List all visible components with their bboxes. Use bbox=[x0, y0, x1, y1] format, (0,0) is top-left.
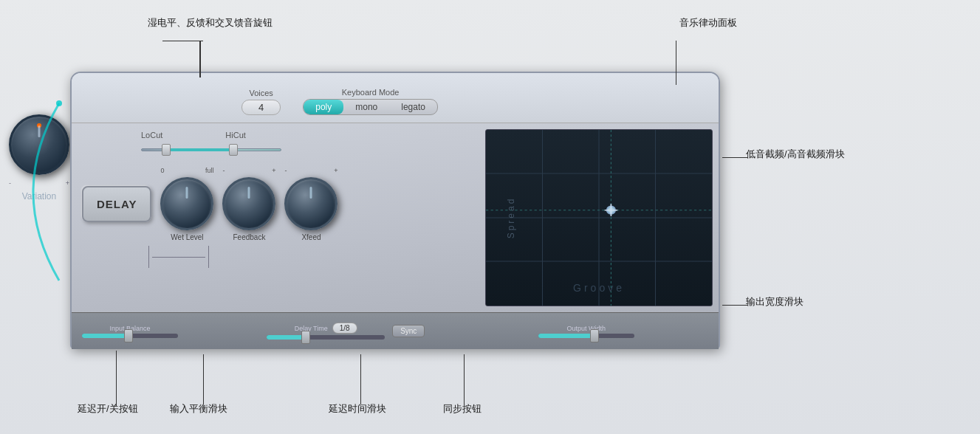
delay-time-label: Delay Time bbox=[295, 325, 328, 332]
middle-section: LoCut HiCut DELAY 0 bbox=[72, 123, 719, 312]
top-controls-bar: Voices 4 Keyboard Mode poly mono legato bbox=[72, 73, 719, 123]
delay-time-thumb[interactable] bbox=[301, 331, 310, 344]
groove-pad-section: Spread Groove bbox=[485, 123, 719, 312]
input-balance-section: Input Balance bbox=[82, 325, 178, 338]
input-balance-slider[interactable] bbox=[82, 334, 178, 338]
xfeed-range: - + bbox=[284, 167, 337, 174]
filter-active-range bbox=[166, 148, 233, 151]
input-balance-thumb[interactable] bbox=[124, 329, 133, 342]
keyboard-mode-legato[interactable]: legato bbox=[389, 100, 437, 114]
feedback-knob[interactable] bbox=[222, 177, 275, 230]
filter-slider-container[interactable] bbox=[141, 142, 281, 158]
keyboard-mode-buttons: poly mono legato bbox=[303, 99, 438, 115]
voices-label: Voices bbox=[249, 89, 273, 97]
output-width-thumb[interactable] bbox=[590, 329, 599, 342]
main-plugin-panel: Voices 4 Keyboard Mode poly mono legato … bbox=[70, 72, 720, 348]
delay-time-section: Delay Time 1/8 bbox=[267, 323, 385, 340]
xfeed-knob[interactable] bbox=[284, 177, 337, 230]
groove-label: Groove bbox=[573, 282, 625, 294]
wet-level-group: 0 full Wet Level bbox=[160, 167, 213, 241]
voices-section: Voices 4 bbox=[241, 89, 281, 115]
hicut-thumb[interactable] bbox=[229, 144, 238, 156]
filter-labels: LoCut HiCut bbox=[141, 131, 475, 140]
keyboard-mode-poly[interactable]: poly bbox=[304, 100, 343, 114]
keyboard-mode-section: Keyboard Mode poly mono legato bbox=[303, 88, 438, 115]
groove-grid-svg bbox=[486, 130, 712, 306]
wet-level-range: 0 full bbox=[160, 167, 213, 174]
feedback-group: - + Feedback bbox=[222, 167, 275, 241]
left-controls: LoCut HiCut DELAY 0 bbox=[72, 123, 485, 312]
wet-level-knob[interactable] bbox=[160, 177, 213, 230]
groove-pad[interactable]: Spread Groove bbox=[485, 129, 713, 306]
bottom-strip: Input Balance Delay Time 1/8 Sync Ou bbox=[72, 312, 719, 349]
delay-button[interactable]: DELAY bbox=[82, 186, 151, 222]
output-width-slider[interactable] bbox=[538, 334, 634, 338]
locut-thumb[interactable] bbox=[162, 144, 171, 156]
wet-level-label: Wet Level bbox=[171, 233, 203, 241]
svg-point-0 bbox=[56, 100, 62, 106]
voices-button[interactable]: 4 bbox=[241, 100, 281, 115]
sync-button[interactable]: Sync bbox=[392, 325, 425, 337]
keyboard-mode-label: Keyboard Mode bbox=[342, 88, 400, 97]
xfeed-label: Xfeed bbox=[301, 233, 321, 241]
hicut-label: HiCut bbox=[225, 131, 246, 140]
cyan-arc bbox=[0, 89, 66, 295]
feedback-label: Feedback bbox=[233, 233, 266, 241]
feedback-range: - + bbox=[222, 167, 275, 174]
filter-row: LoCut HiCut bbox=[141, 131, 475, 158]
delay-time-value: 1/8 bbox=[332, 323, 357, 334]
keyboard-mode-mono[interactable]: mono bbox=[343, 100, 389, 114]
spread-label: Spread bbox=[506, 197, 516, 239]
output-width-section: Output Width bbox=[538, 325, 634, 338]
xfeed-group: - + Xfeed bbox=[284, 167, 337, 241]
knobs-row: DELAY 0 full Wet Level - + bbox=[82, 167, 475, 241]
locut-label: LoCut bbox=[141, 131, 162, 140]
wet-level-bracket bbox=[148, 246, 475, 268]
output-width-label: Output Width bbox=[567, 325, 606, 332]
delay-time-slider[interactable] bbox=[267, 335, 385, 340]
